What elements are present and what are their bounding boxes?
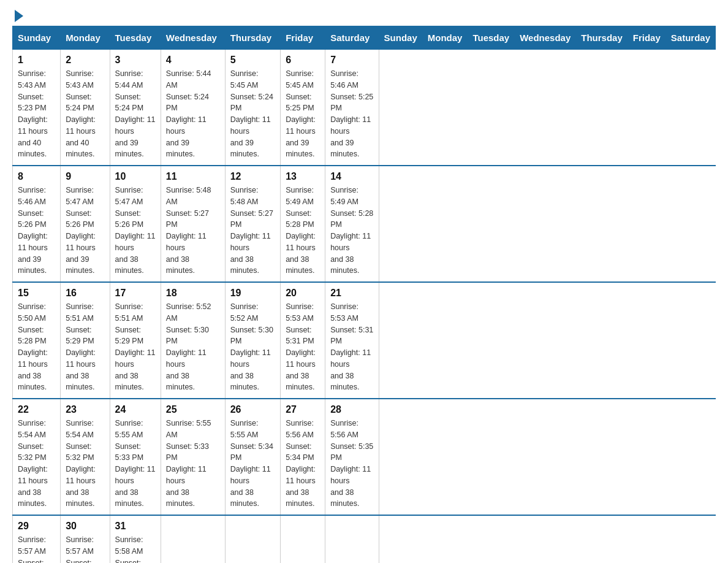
day-number: 22 (18, 404, 55, 415)
calendar-cell: 20 Sunrise: 5:53 AM Sunset: 5:31 PM Dayl… (281, 282, 325, 399)
day-info: Sunrise: 5:57 AM Sunset: 5:35 PM Dayligh… (18, 534, 55, 563)
day-info: Sunrise: 5:52 AM Sunset: 5:30 PM Dayligh… (166, 301, 220, 393)
calendar-cell (225, 515, 280, 563)
calendar-week-row: 15 Sunrise: 5:50 AM Sunset: 5:28 PM Dayl… (13, 282, 716, 399)
header-thursday: Thursday (576, 26, 628, 50)
day-number: 8 (18, 171, 55, 182)
day-info: Sunrise: 5:46 AM Sunset: 5:25 PM Dayligh… (330, 68, 373, 160)
calendar-cell: 30 Sunrise: 5:57 AM Sunset: 5:36 PM Dayl… (61, 515, 110, 563)
header-saturday: Saturday (325, 26, 379, 50)
calendar-cell: 13 Sunrise: 5:49 AM Sunset: 5:28 PM Dayl… (281, 166, 325, 282)
day-number: 15 (18, 288, 55, 299)
calendar-cell (325, 515, 379, 563)
calendar-cell: 5 Sunrise: 5:45 AM Sunset: 5:24 PM Dayli… (225, 50, 280, 166)
day-info: Sunrise: 5:51 AM Sunset: 5:29 PM Dayligh… (66, 301, 104, 393)
day-number: 25 (166, 404, 220, 415)
calendar-cell: 19 Sunrise: 5:52 AM Sunset: 5:30 PM Dayl… (225, 282, 280, 399)
header-thursday: Thursday (225, 26, 280, 50)
day-number: 24 (115, 404, 156, 415)
day-number: 1 (18, 55, 55, 66)
calendar-cell: 15 Sunrise: 5:50 AM Sunset: 5:28 PM Dayl… (13, 282, 61, 399)
calendar-week-row: 8 Sunrise: 5:46 AM Sunset: 5:26 PM Dayli… (13, 166, 716, 282)
day-info: Sunrise: 5:44 AM Sunset: 5:24 PM Dayligh… (166, 68, 220, 160)
logo-arrow-icon (15, 10, 23, 22)
calendar-week-row: 22 Sunrise: 5:54 AM Sunset: 5:32 PM Dayl… (13, 399, 716, 515)
header-wednesday: Wednesday (161, 26, 225, 50)
header-monday: Monday (422, 26, 468, 50)
day-number: 21 (330, 288, 373, 299)
day-info: Sunrise: 5:57 AM Sunset: 5:36 PM Dayligh… (66, 534, 104, 563)
day-number: 19 (230, 288, 275, 299)
calendar-cell: 12 Sunrise: 5:48 AM Sunset: 5:27 PM Dayl… (225, 166, 280, 282)
day-number: 28 (330, 404, 373, 415)
day-info: Sunrise: 5:47 AM Sunset: 5:26 PM Dayligh… (66, 185, 104, 277)
day-number: 3 (115, 55, 156, 66)
day-number: 2 (66, 55, 104, 66)
day-info: Sunrise: 5:53 AM Sunset: 5:31 PM Dayligh… (286, 301, 320, 393)
calendar-table: SundayMondayTuesdayWednesdayThursdayFrid… (12, 26, 716, 563)
header-saturday: Saturday (665, 26, 715, 50)
day-info: Sunrise: 5:58 AM Sunset: 5:36 PM Dayligh… (115, 534, 156, 563)
day-info: Sunrise: 5:48 AM Sunset: 5:27 PM Dayligh… (230, 185, 275, 277)
day-info: Sunrise: 5:48 AM Sunset: 5:27 PM Dayligh… (166, 185, 220, 277)
calendar-cell: 2 Sunrise: 5:43 AM Sunset: 5:24 PM Dayli… (61, 50, 110, 166)
calendar-cell: 27 Sunrise: 5:56 AM Sunset: 5:34 PM Dayl… (281, 399, 325, 515)
day-number: 20 (286, 288, 320, 299)
day-info: Sunrise: 5:46 AM Sunset: 5:26 PM Dayligh… (18, 185, 55, 277)
calendar-cell: 11 Sunrise: 5:48 AM Sunset: 5:27 PM Dayl… (161, 166, 225, 282)
day-number: 29 (18, 521, 55, 532)
calendar-cell: 29 Sunrise: 5:57 AM Sunset: 5:35 PM Dayl… (13, 515, 61, 563)
calendar-cell: 9 Sunrise: 5:47 AM Sunset: 5:26 PM Dayli… (61, 166, 110, 282)
day-info: Sunrise: 5:44 AM Sunset: 5:24 PM Dayligh… (115, 68, 156, 160)
header-sunday: Sunday (13, 26, 61, 50)
day-number: 14 (330, 171, 373, 182)
day-info: Sunrise: 5:50 AM Sunset: 5:28 PM Dayligh… (18, 301, 55, 393)
header-friday: Friday (628, 26, 665, 50)
calendar-cell: 1 Sunrise: 5:43 AM Sunset: 5:23 PM Dayli… (13, 50, 61, 166)
calendar-cell: 22 Sunrise: 5:54 AM Sunset: 5:32 PM Dayl… (13, 399, 61, 515)
day-info: Sunrise: 5:45 AM Sunset: 5:25 PM Dayligh… (286, 68, 320, 160)
day-number: 30 (66, 521, 104, 532)
calendar-cell: 21 Sunrise: 5:53 AM Sunset: 5:31 PM Dayl… (325, 282, 379, 399)
day-info: Sunrise: 5:51 AM Sunset: 5:29 PM Dayligh… (115, 301, 156, 393)
day-number: 7 (330, 55, 373, 66)
day-number: 16 (66, 288, 104, 299)
calendar-cell: 18 Sunrise: 5:52 AM Sunset: 5:30 PM Dayl… (161, 282, 225, 399)
day-number: 27 (286, 404, 320, 415)
calendar-cell: 10 Sunrise: 5:47 AM Sunset: 5:26 PM Dayl… (110, 166, 161, 282)
page-header (12, 12, 716, 20)
header-wednesday: Wednesday (515, 26, 576, 50)
day-info: Sunrise: 5:43 AM Sunset: 5:24 PM Dayligh… (66, 68, 104, 160)
day-info: Sunrise: 5:49 AM Sunset: 5:28 PM Dayligh… (286, 185, 320, 277)
day-info: Sunrise: 5:54 AM Sunset: 5:32 PM Dayligh… (66, 418, 104, 510)
calendar-week-row: 1 Sunrise: 5:43 AM Sunset: 5:23 PM Dayli… (13, 50, 716, 166)
calendar-cell: 8 Sunrise: 5:46 AM Sunset: 5:26 PM Dayli… (13, 166, 61, 282)
calendar-cell (161, 515, 225, 563)
day-info: Sunrise: 5:56 AM Sunset: 5:34 PM Dayligh… (286, 418, 320, 510)
calendar-cell: 25 Sunrise: 5:55 AM Sunset: 5:33 PM Dayl… (161, 399, 225, 515)
day-number: 11 (166, 171, 220, 182)
day-info: Sunrise: 5:49 AM Sunset: 5:28 PM Dayligh… (330, 185, 373, 277)
day-info: Sunrise: 5:55 AM Sunset: 5:33 PM Dayligh… (115, 418, 156, 510)
calendar-cell: 14 Sunrise: 5:49 AM Sunset: 5:28 PM Dayl… (325, 166, 379, 282)
day-info: Sunrise: 5:52 AM Sunset: 5:30 PM Dayligh… (230, 301, 275, 393)
calendar-cell (281, 515, 325, 563)
day-number: 10 (115, 171, 156, 182)
day-number: 26 (230, 404, 275, 415)
day-info: Sunrise: 5:55 AM Sunset: 5:34 PM Dayligh… (230, 418, 275, 510)
day-number: 12 (230, 171, 275, 182)
header-sunday: Sunday (379, 26, 422, 50)
logo (12, 12, 23, 20)
day-number: 17 (115, 288, 156, 299)
calendar-cell: 23 Sunrise: 5:54 AM Sunset: 5:32 PM Dayl… (61, 399, 110, 515)
calendar-header-row: SundayMondayTuesdayWednesdayThursdayFrid… (13, 26, 716, 50)
day-info: Sunrise: 5:53 AM Sunset: 5:31 PM Dayligh… (330, 301, 373, 393)
day-info: Sunrise: 5:47 AM Sunset: 5:26 PM Dayligh… (115, 185, 156, 277)
day-number: 23 (66, 404, 104, 415)
day-info: Sunrise: 5:54 AM Sunset: 5:32 PM Dayligh… (18, 418, 55, 510)
calendar-cell: 6 Sunrise: 5:45 AM Sunset: 5:25 PM Dayli… (281, 50, 325, 166)
calendar-cell: 17 Sunrise: 5:51 AM Sunset: 5:29 PM Dayl… (110, 282, 161, 399)
calendar-cell: 3 Sunrise: 5:44 AM Sunset: 5:24 PM Dayli… (110, 50, 161, 166)
calendar-cell: 7 Sunrise: 5:46 AM Sunset: 5:25 PM Dayli… (325, 50, 379, 166)
day-number: 18 (166, 288, 220, 299)
